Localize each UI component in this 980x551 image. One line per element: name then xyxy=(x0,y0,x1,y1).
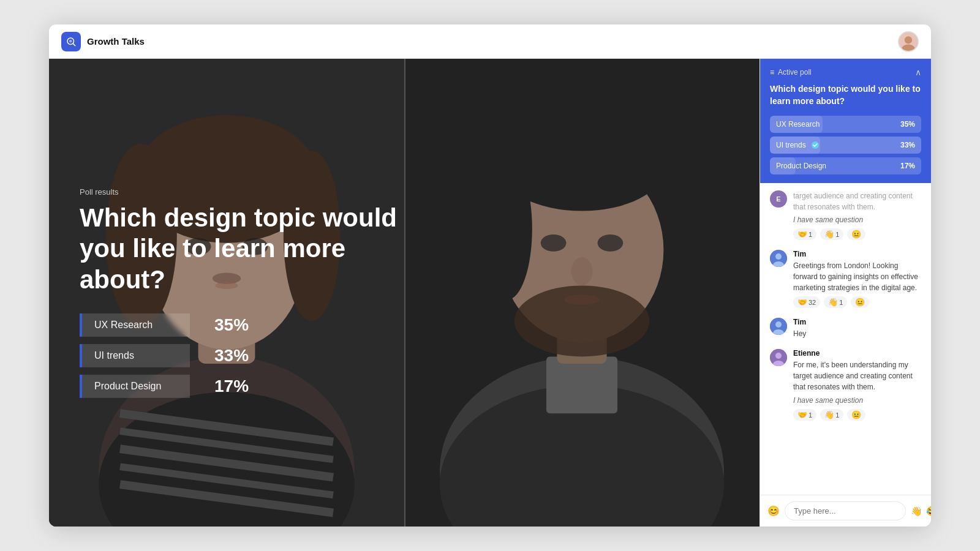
header: Growth Talks xyxy=(49,24,931,59)
chat-message-etienne: Etienne For me, it's been understanding … xyxy=(770,349,921,421)
poll-option-label-ui: UI trends xyxy=(94,350,134,361)
chat-avatar-etienne xyxy=(770,349,787,366)
header-left: Growth Talks xyxy=(61,32,145,51)
chat-avatar-tim-2 xyxy=(770,318,787,335)
reaction-handshake-etienne[interactable]: 🤝1 xyxy=(793,409,816,421)
poll-option-pd[interactable]: Product Design 17% xyxy=(80,375,423,398)
chat-msg-name-tim-1: Tim xyxy=(793,250,921,258)
reaction-wave-etienne[interactable]: 👋1 xyxy=(820,409,843,421)
chat-msg-text-tim-1: Greetings from London! Looking forward t… xyxy=(793,260,921,293)
svg-point-31 xyxy=(541,234,567,252)
poll-card-option-pct-ui: 33% xyxy=(900,141,915,149)
poll-card-option-name-ux: UX Research xyxy=(776,120,820,129)
poll-option-pct-pd: 17% xyxy=(214,377,249,396)
chat-msg-name-etienne: Etienne xyxy=(793,349,921,358)
active-poll-card: ≡ Active poll ∧ Which design topic would… xyxy=(760,59,931,183)
poll-card-options: UX Research 35% UI trends xyxy=(770,116,921,174)
chat-input-actions: 👋 😂 🔥 xyxy=(911,506,931,517)
svg-point-37 xyxy=(775,253,782,260)
poll-card-label: Active poll xyxy=(778,68,812,77)
poll-label: Poll results xyxy=(80,187,423,197)
svg-point-40 xyxy=(775,321,782,328)
poll-card-option-pct-pd: 17% xyxy=(900,162,915,170)
app-title: Growth Talks xyxy=(87,36,145,47)
poll-options: UX Research 35% UI trends 33% Product De… xyxy=(80,313,423,398)
chat-input-row: 😊 👋 😂 🔥 xyxy=(760,495,931,527)
chat-msg-body-partial: target audience and creating content tha… xyxy=(793,190,921,240)
emoji-picker-icon[interactable]: 😊 xyxy=(767,505,780,517)
chat-message-tim-1: Tim Greetings from London! Looking forwa… xyxy=(770,250,921,308)
laugh-emoji-btn[interactable]: 😂 xyxy=(926,506,931,517)
chat-msg-body-tim-1: Tim Greetings from London! Looking forwa… xyxy=(793,250,921,308)
svg-point-29 xyxy=(483,158,532,300)
reaction-clap-partial[interactable]: 👋1 xyxy=(820,228,843,240)
video-area: Poll results Which design topic would yo… xyxy=(49,59,760,527)
svg-point-34 xyxy=(564,294,600,304)
svg-point-1 xyxy=(69,40,72,43)
poll-option-label-pd: Product Design xyxy=(94,381,161,392)
poll-bar-icon: ≡ xyxy=(770,68,774,77)
video-right xyxy=(404,59,760,527)
poll-card-option-name-pd: Product Design xyxy=(776,162,826,170)
chat-reactions-partial: 🤝1 👋1 😐 xyxy=(793,228,921,240)
poll-card-option-ux[interactable]: UX Research 35% xyxy=(770,116,921,133)
chat-reactions-etienne: 🤝1 👋1 😐 xyxy=(793,409,921,421)
app-window: Growth Talks xyxy=(49,24,931,527)
chat-msg-body-tim-2: Tim Hey xyxy=(793,318,806,339)
poll-card-option-pct-ux: 35% xyxy=(900,120,915,129)
svg-point-32 xyxy=(598,234,624,252)
poll-option-pct-ux: 35% xyxy=(214,315,249,335)
chat-reactions-tim-1: 🤝32 👋1 😐 xyxy=(793,296,921,308)
chat-avatar-tim-1 xyxy=(770,250,787,267)
main-content: Poll results Which design topic would yo… xyxy=(49,59,931,527)
chat-msg-body-etienne: Etienne For me, it's been understanding … xyxy=(793,349,921,421)
reaction-handshake-tim1[interactable]: 🤝32 xyxy=(793,296,820,308)
poll-option-pct-ui: 33% xyxy=(214,346,249,365)
reaction-fire-partial[interactable]: 🤝1 xyxy=(793,228,816,240)
chat-partial-text: target audience and creating content tha… xyxy=(793,190,921,212)
poll-option-ux[interactable]: UX Research 35% xyxy=(80,313,423,337)
poll-option-bar-ui: UI trends xyxy=(80,344,190,367)
svg-point-43 xyxy=(775,353,782,359)
poll-card-option-ui[interactable]: UI trends 33% xyxy=(770,137,921,154)
reaction-neutral-partial[interactable]: 😐 xyxy=(847,228,865,240)
wave-emoji-btn[interactable]: 👋 xyxy=(911,506,922,517)
poll-question: Which design topic would you like to lea… xyxy=(80,203,423,295)
chat-msg-name-tim-2: Tim xyxy=(793,318,806,326)
poll-card-option-pd[interactable]: Product Design 17% xyxy=(770,157,921,174)
poll-card-option-name-ui: UI trends xyxy=(776,141,820,149)
reaction-wave-tim1[interactable]: 👋1 xyxy=(824,296,847,308)
poll-card-collapse-button[interactable]: ∧ xyxy=(915,67,921,77)
chat-avatar-etienne-partial: E xyxy=(770,190,787,208)
reaction-face-tim1[interactable]: 😐 xyxy=(851,296,869,308)
right-panel: ≡ Active poll ∧ Which design topic would… xyxy=(760,59,931,527)
logo-icon xyxy=(61,32,81,51)
chat-message-partial: E target audience and creating content t… xyxy=(770,190,921,240)
chat-message-tim-2: Tim Hey xyxy=(770,318,921,339)
poll-option-ui[interactable]: UI trends 33% xyxy=(80,344,423,367)
poll-card-question: Which design topic would you like to lea… xyxy=(770,83,921,107)
chat-msg-text-etienne: For me, it's been understanding my targe… xyxy=(793,359,921,392)
poll-card-title-row: ≡ Active poll xyxy=(770,68,812,77)
svg-rect-25 xyxy=(546,356,617,413)
svg-point-3 xyxy=(905,36,912,43)
poll-overlay: Poll results Which design topic would yo… xyxy=(80,187,423,398)
poll-option-bar-pd: Product Design xyxy=(80,375,190,398)
poll-card-header: ≡ Active poll ∧ xyxy=(770,67,921,77)
chat-same-question: I have same question xyxy=(793,395,921,406)
chat-sub-text-partial: I have same question xyxy=(793,214,921,225)
poll-option-bar-ux: UX Research xyxy=(80,313,190,337)
svg-point-33 xyxy=(571,257,593,285)
chat-msg-text-tim-2: Hey xyxy=(793,328,806,339)
poll-option-label-ux: UX Research xyxy=(94,320,153,331)
user-avatar[interactable] xyxy=(898,31,919,52)
chat-area[interactable]: E target audience and creating content t… xyxy=(760,183,931,495)
chat-input[interactable] xyxy=(785,501,906,520)
reaction-face-etienne[interactable]: 😐 xyxy=(847,409,865,421)
